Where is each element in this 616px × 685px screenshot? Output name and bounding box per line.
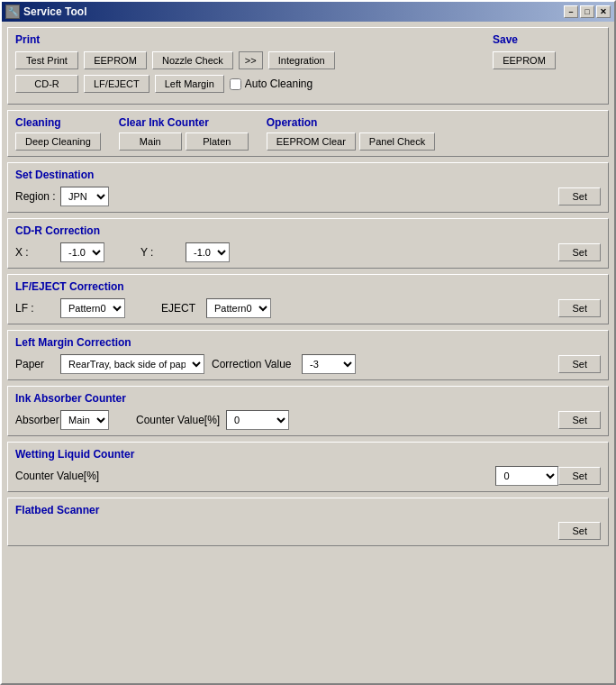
lf-eject-row: LF : Pattern0 Pattern1 Pattern2 EJECT Pa…: [15, 298, 601, 318]
lf-eject-button[interactable]: LF/EJECT: [84, 75, 149, 93]
main-window: 🔧 Service Tool – □ ✕ Print Test Print EE…: [0, 0, 616, 685]
left-margin-button[interactable]: Left Margin: [155, 75, 224, 93]
paper-select[interactable]: RearTray, back side of paper Option1 Opt…: [60, 354, 204, 374]
window-title: Service Tool: [23, 5, 86, 18]
absorber-select[interactable]: Main Sub: [60, 410, 109, 430]
x-select[interactable]: -1.0 -0.5 0.0 0.5 1.0: [60, 242, 104, 262]
flatbed-scanner-label: Flatbed Scanner: [15, 504, 601, 516]
eject-select[interactable]: Pattern0 Pattern1 Pattern2: [206, 298, 271, 318]
print-panel: Print Test Print EEPROM Nozzle Check >> …: [7, 27, 609, 105]
operation-label: Operation: [267, 116, 435, 129]
x-label: X :: [15, 246, 60, 259]
cdr-set-button[interactable]: Set: [558, 243, 601, 261]
absorber-label: Absorber: [15, 414, 60, 426]
print-right: Save EEPROM: [493, 33, 601, 69]
title-buttons: – □ ✕: [564, 5, 611, 18]
left-margin-correction-label: Left Margin Correction: [15, 336, 601, 349]
deep-cleaning-button[interactable]: Deep Cleaning: [15, 132, 101, 151]
auto-cleaning-label: Auto Cleaning: [245, 78, 313, 90]
close-button[interactable]: ✕: [596, 5, 611, 18]
save-eeprom-button[interactable]: EEPROM: [493, 51, 556, 69]
operation-group: Operation EEPROM Clear Panel Check: [267, 116, 435, 151]
y-label: Y :: [140, 246, 186, 259]
panel-check-button[interactable]: Panel Check: [359, 132, 435, 151]
print-row2: CD-R LF/EJECT Left Margin Auto Cleaning: [15, 75, 493, 93]
lf-eject-correction-label: LF/EJECT Correction: [15, 280, 601, 293]
main-button[interactable]: Main: [119, 132, 182, 151]
left-margin-row: Paper RearTray, back side of paper Optio…: [15, 354, 601, 374]
nozzle-check-button[interactable]: Nozzle Check: [152, 51, 233, 69]
print-section-inner: Print Test Print EEPROM Nozzle Check >> …: [15, 33, 601, 98]
set-destination-label: Set Destination: [15, 169, 601, 181]
auto-cleaning-row: Auto Cleaning: [230, 78, 313, 90]
cleaning-panel: Cleaning Deep Cleaning Clear Ink Counter…: [7, 110, 609, 157]
title-bar: 🔧 Service Tool – □ ✕: [2, 2, 614, 22]
cdr-row: X : -1.0 -0.5 0.0 0.5 1.0 Y : -1.0 -0.5 …: [15, 242, 601, 262]
clear-ink-label: Clear Ink Counter: [119, 116, 249, 129]
print-left: Print Test Print EEPROM Nozzle Check >> …: [15, 33, 493, 98]
flatbed-scanner-set-button[interactable]: Set: [558, 522, 601, 540]
lf-eject-correction-panel: LF/EJECT Correction LF : Pattern0 Patter…: [7, 274, 609, 324]
cleaning-btns: Deep Cleaning: [15, 132, 101, 151]
cleaning-label: Cleaning: [15, 116, 101, 129]
eject-label: EJECT: [161, 302, 206, 315]
ink-counter-value-label: Counter Value[%]: [136, 414, 226, 426]
y-select[interactable]: -1.0 -0.5 0.0 0.5 1.0: [186, 242, 230, 262]
lf-select[interactable]: Pattern0 Pattern1 Pattern2: [60, 298, 125, 318]
cdr-correction-label: CD-R Correction: [15, 224, 601, 237]
platen-button[interactable]: Platen: [186, 132, 249, 151]
wetting-counter-value-label: Counter Value[%]: [15, 470, 495, 482]
ink-absorber-counter-panel: Ink Absorber Counter Absorber Main Sub C…: [7, 386, 609, 436]
correction-value-label: Correction Value: [212, 358, 302, 370]
clear-ink-group: Clear Ink Counter Main Platen: [119, 116, 249, 151]
minimize-button[interactable]: –: [564, 5, 578, 18]
wetting-liquid-row: Counter Value[%] 0 10 20 Set: [15, 466, 601, 486]
left-margin-set-button[interactable]: Set: [558, 355, 601, 373]
ink-absorber-counter-label: Ink Absorber Counter: [15, 392, 601, 405]
auto-cleaning-checkbox[interactable]: [230, 78, 241, 90]
region-select[interactable]: JPN USA EUR: [60, 187, 109, 206]
eeprom-clear-button[interactable]: EEPROM Clear: [267, 132, 356, 151]
cleaning-group: Cleaning Deep Cleaning: [15, 116, 101, 151]
window-icon: 🔧: [5, 5, 20, 19]
wetting-counter-value-select[interactable]: 0 10 20: [495, 466, 558, 486]
maximize-button[interactable]: □: [580, 5, 594, 18]
print-label: Print: [15, 33, 493, 46]
integration-button[interactable]: Integration: [268, 51, 335, 69]
ink-absorber-row: Absorber Main Sub Counter Value[%] 0 10 …: [15, 410, 601, 430]
destination-set-button[interactable]: Set: [558, 187, 601, 206]
cleaning-section-inner: Cleaning Deep Cleaning Clear Ink Counter…: [15, 116, 601, 151]
title-bar-left: 🔧 Service Tool: [5, 5, 86, 19]
lf-label: LF :: [15, 302, 60, 315]
flatbed-scanner-panel: Flatbed Scanner Set: [7, 498, 609, 546]
lf-eject-set-button[interactable]: Set: [558, 299, 601, 317]
paper-label: Paper: [15, 358, 60, 370]
destination-row: Region : JPN USA EUR Set: [15, 187, 601, 206]
clear-ink-btns: Main Platen: [119, 132, 249, 151]
cdr-correction-panel: CD-R Correction X : -1.0 -0.5 0.0 0.5 1.…: [7, 218, 609, 269]
ink-counter-value-select[interactable]: 0 10 20: [226, 410, 289, 430]
wetting-liquid-counter-panel: Wetting Liquid Counter Counter Value[%] …: [7, 442, 609, 492]
arrow-button[interactable]: >>: [239, 51, 263, 69]
wetting-liquid-counter-label: Wetting Liquid Counter: [15, 448, 601, 461]
print-row1: Test Print EEPROM Nozzle Check >> Integr…: [15, 51, 493, 69]
cd-r-button[interactable]: CD-R: [15, 75, 78, 93]
region-label: Region :: [15, 190, 60, 203]
content-area: Print Test Print EEPROM Nozzle Check >> …: [2, 22, 614, 683]
set-destination-panel: Set Destination Region : JPN USA EUR Set: [7, 162, 609, 213]
wetting-liquid-set-button[interactable]: Set: [558, 467, 601, 485]
flatbed-scanner-row: Set: [15, 522, 601, 540]
correction-value-select[interactable]: -3 -2 -1 0 1 2 3: [302, 354, 356, 374]
save-label: Save: [493, 33, 518, 46]
test-print-button[interactable]: Test Print: [15, 51, 78, 69]
ink-absorber-set-button[interactable]: Set: [558, 411, 601, 429]
eeprom-button[interactable]: EEPROM: [84, 51, 147, 69]
operation-btns: EEPROM Clear Panel Check: [267, 132, 435, 151]
left-margin-correction-panel: Left Margin Correction Paper RearTray, b…: [7, 330, 609, 380]
